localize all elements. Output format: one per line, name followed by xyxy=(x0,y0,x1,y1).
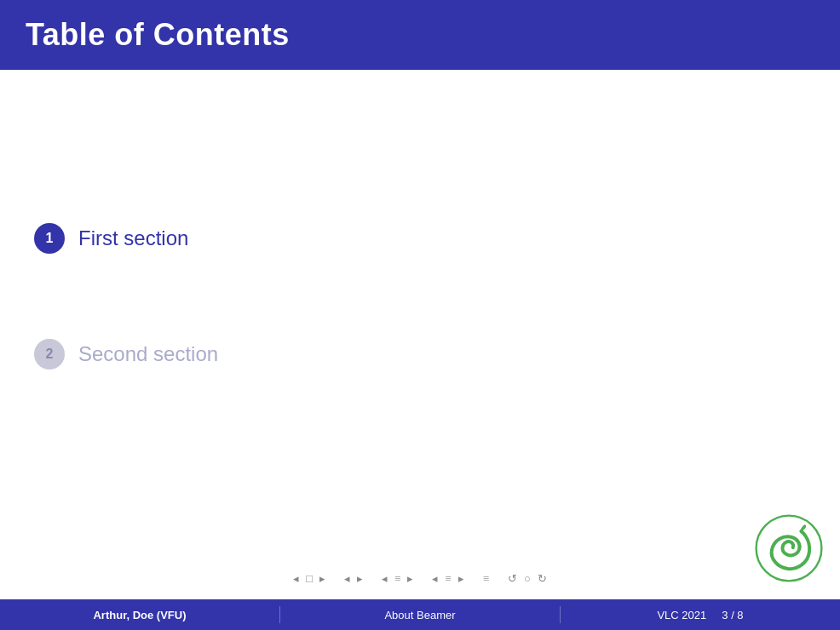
nav-prev2-icon[interactable]: ◂ xyxy=(342,570,353,587)
slide-title: Table of Contents xyxy=(26,17,290,53)
slide-content: 1 First section 2 Second section ◂ □ ▸ ◂… xyxy=(0,70,840,599)
toc-label-2: Second section xyxy=(78,342,218,366)
logo-container xyxy=(755,514,823,582)
nav-section-icon[interactable]: ▸ xyxy=(354,570,365,587)
nav-group-4: ◂ ≡ ▸ xyxy=(429,570,466,587)
nav-prev3-icon[interactable]: ◂ xyxy=(379,570,390,587)
overleaf-logo-icon xyxy=(755,514,823,582)
nav-list-icon[interactable]: ≡ xyxy=(392,570,403,587)
toc-item-2: 2 Second section xyxy=(34,339,806,369)
navigation-controls: ◂ □ ▸ ◂ ▸ ◂ ≡ ▸ ◂ ≡ ▸ ≡ ↺ ○ ↻ xyxy=(291,570,549,587)
nav-list2-icon[interactable]: ≡ xyxy=(442,570,453,587)
nav-group-2: ◂ ▸ xyxy=(342,570,365,587)
nav-undo-icon[interactable]: ↺ xyxy=(505,570,520,587)
svg-point-0 xyxy=(757,516,822,581)
footer-page: VLC 2021 3 / 8 xyxy=(561,609,840,621)
nav-group-1: ◂ □ ▸ xyxy=(291,570,328,587)
nav-prev4-icon[interactable]: ◂ xyxy=(429,570,440,587)
nav-next-icon[interactable]: ▸ xyxy=(317,570,328,587)
nav-prev-icon[interactable]: ◂ xyxy=(291,570,302,587)
toc-label-1: First section xyxy=(78,226,188,250)
nav-group-3: ◂ ≡ ▸ xyxy=(379,570,416,587)
nav-menu-icon[interactable]: ≡ xyxy=(480,570,492,587)
slide-header: Table of Contents xyxy=(0,0,840,70)
slide-footer: Arthur, Doe (VFU) About Beamer VLC 2021 … xyxy=(0,599,840,630)
footer-title: About Beamer xyxy=(280,609,560,621)
nav-next4-icon[interactable]: ▸ xyxy=(456,570,467,587)
toc-number-1: 1 xyxy=(34,223,65,254)
nav-circle-icon[interactable]: ○ xyxy=(521,570,533,587)
nav-group-5: ↺ ○ ↻ xyxy=(505,570,549,587)
nav-redo-icon[interactable]: ↻ xyxy=(535,570,549,587)
toc-item-1: 1 First section xyxy=(34,223,806,254)
toc-number-2: 2 xyxy=(34,339,65,369)
footer-author: Arthur, Doe (VFU) xyxy=(0,609,279,621)
nav-box-icon[interactable]: □ xyxy=(303,570,315,587)
nav-next3-icon[interactable]: ▸ xyxy=(405,570,416,587)
